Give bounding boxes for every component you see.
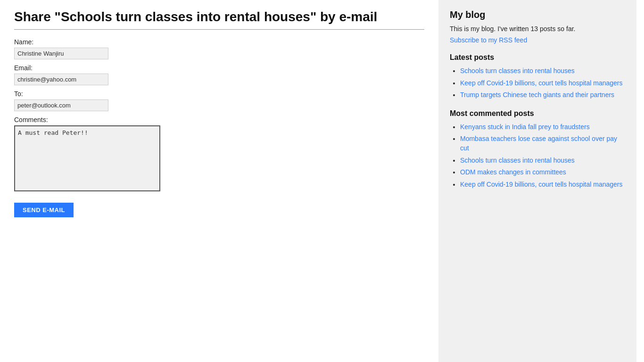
latest-post-link-1[interactable]: Schools turn classes into rental houses xyxy=(460,67,575,74)
list-item: Mombasa teachers lose case against schoo… xyxy=(460,134,625,153)
email-input[interactable] xyxy=(14,74,108,85)
to-form-group: To: xyxy=(14,90,424,111)
name-input[interactable] xyxy=(14,48,108,59)
comments-label: Comments: xyxy=(14,116,424,123)
latest-post-link-3[interactable]: Trump targets Chinese tech giants and th… xyxy=(460,91,614,99)
send-email-button[interactable]: SEND E-MAIL xyxy=(14,203,74,217)
email-label: Email: xyxy=(14,64,424,72)
name-label: Name: xyxy=(14,38,424,46)
list-item: Keep off Covid-19 billions, court tells … xyxy=(460,79,625,88)
page-layout: Share "Schools turn classes into rental … xyxy=(0,0,644,362)
list-item: Trump targets Chinese tech giants and th… xyxy=(460,90,625,100)
sidebar-description: This is my blog. I've written 13 posts s… xyxy=(450,25,625,33)
latest-posts-title: Latest posts xyxy=(450,53,625,62)
sidebar-title: My blog xyxy=(450,9,625,20)
list-item: Schools turn classes into rental houses xyxy=(460,66,625,76)
name-form-group: Name: xyxy=(14,38,424,59)
most-commented-link-1[interactable]: Kenyans stuck in India fall prey to frau… xyxy=(460,123,590,131)
latest-posts-list: Schools turn classes into rental houses … xyxy=(450,66,625,100)
email-form-group: Email: xyxy=(14,64,424,85)
most-commented-link-5[interactable]: Keep off Covid-19 billions, court tells … xyxy=(460,181,622,188)
comments-form-group: Comments: A must read Peter!! xyxy=(14,116,424,191)
to-input[interactable] xyxy=(14,99,108,111)
latest-post-link-2[interactable]: Keep off Covid-19 billions, court tells … xyxy=(460,79,622,87)
main-content: Share "Schools turn classes into rental … xyxy=(0,0,438,362)
most-commented-link-2[interactable]: Mombasa teachers lose case against schoo… xyxy=(460,135,617,152)
most-commented-link-3[interactable]: Schools turn classes into rental houses xyxy=(460,156,575,164)
most-commented-link-4[interactable]: ODM makes changes in committees xyxy=(460,168,566,176)
most-commented-list: Kenyans stuck in India fall prey to frau… xyxy=(450,123,625,189)
title-divider xyxy=(14,29,424,30)
list-item: Kenyans stuck in India fall prey to frau… xyxy=(460,123,625,132)
list-item: ODM makes changes in committees xyxy=(460,168,625,177)
list-item: Schools turn classes into rental houses xyxy=(460,156,625,165)
rss-feed-link[interactable]: Subscribe to my RSS feed xyxy=(450,36,527,44)
comments-textarea[interactable]: A must read Peter!! xyxy=(14,125,160,191)
list-item: Keep off Covid-19 billions, court tells … xyxy=(460,180,625,189)
sidebar: My blog This is my blog. I've written 13… xyxy=(438,0,636,362)
page-title: Share "Schools turn classes into rental … xyxy=(14,9,424,25)
most-commented-title: Most commented posts xyxy=(450,109,625,118)
to-label: To: xyxy=(14,90,424,98)
